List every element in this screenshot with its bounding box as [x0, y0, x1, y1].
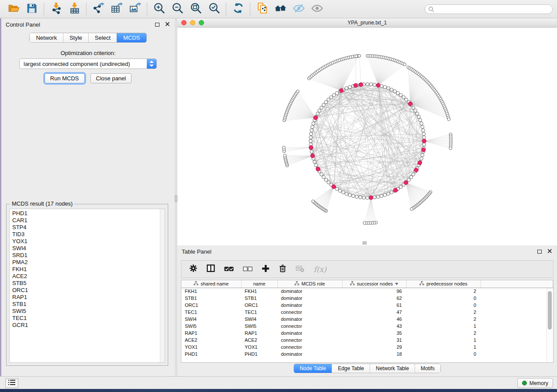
control-panel-tabbar: Network Style Select MCDS	[29, 33, 146, 43]
search-icon	[428, 6, 435, 14]
first-neighbors-button[interactable]	[271, 1, 290, 17]
open-file-button[interactable]	[4, 1, 23, 17]
mcds-result-item[interactable]: YOX1	[12, 238, 165, 245]
table-row[interactable]: YOX1YOX1connector291	[181, 344, 553, 351]
table-header-row: shared name name MCDS role successor nod…	[181, 280, 553, 288]
mcds-result-item[interactable]: STB5	[12, 280, 165, 287]
node-table-body: FKH1FKH1dominator962STB1STB1dominator620…	[181, 288, 553, 358]
run-mcds-button[interactable]: Run MCDS	[45, 73, 85, 83]
col-name[interactable]: name	[241, 280, 277, 288]
function-builder-button[interactable]: f(x)	[314, 265, 326, 274]
tab-network[interactable]: Network	[30, 33, 63, 42]
col-shared-name[interactable]: shared name	[181, 280, 241, 288]
tab-edge-table[interactable]: Edge Table	[332, 364, 370, 373]
memory-button[interactable]: Memory	[517, 378, 553, 388]
table-row[interactable]: STB1STB1dominator620	[181, 295, 553, 302]
mcds-result-item[interactable]: ACE2	[12, 273, 165, 280]
main-toolbar	[0, 0, 557, 18]
criterion-dropdown[interactable]: largest connected component (undirected)	[19, 58, 157, 69]
show-columns-button[interactable]	[207, 264, 215, 274]
tab-style[interactable]: Style	[63, 33, 88, 42]
close-panel-icon[interactable]: ✕	[165, 22, 170, 27]
table-row[interactable]: ACE2ACE2connector311	[181, 337, 553, 344]
table-row[interactable]: RAP1RAP1dominator352	[181, 330, 553, 337]
network-window-titlebar[interactable]: YPA_prune.txt_1	[177, 18, 557, 28]
table-row[interactable]: PHD1PHD1dominator180	[181, 351, 553, 358]
memory-status-icon	[522, 381, 527, 385]
col-predecessor-nodes[interactable]: predecessor nodes	[406, 280, 481, 288]
tab-select[interactable]: Select	[88, 33, 117, 42]
gear-icon	[189, 264, 197, 274]
import-network-button[interactable]	[47, 1, 65, 17]
deselect-all-button[interactable]	[243, 265, 253, 273]
mcds-result-item[interactable]: TEC1	[12, 315, 165, 322]
toolbar-separator	[250, 3, 250, 15]
mcds-result-item[interactable]: RAP1	[12, 294, 165, 301]
mcds-result-item[interactable]: STB1	[12, 301, 165, 308]
table-row[interactable]: SWI5SWI5connector431	[181, 323, 553, 330]
task-history-button[interactable]	[5, 378, 18, 388]
mcds-result-item[interactable]: FKH1	[12, 266, 165, 273]
col-mcds-role[interactable]: MCDS role	[277, 280, 342, 288]
search-input[interactable]	[436, 6, 541, 13]
export-table-icon	[111, 2, 123, 16]
refresh-button[interactable]	[229, 1, 247, 17]
tab-mcds[interactable]: MCDS	[117, 33, 146, 42]
mcds-result-item[interactable]: ORC1	[12, 287, 165, 294]
horizontal-splitter-handle[interactable]	[363, 241, 367, 244]
select-all-button[interactable]	[224, 265, 234, 273]
export-network-button[interactable]	[89, 1, 107, 17]
table-row[interactable]: ORC1ORC1dominator610	[181, 302, 553, 309]
mcds-result-item[interactable]: GCR1	[12, 322, 165, 329]
result-scrollbar[interactable]	[160, 209, 165, 362]
table-row[interactable]: FKH1FKH1dominator962	[181, 288, 553, 295]
table-panel-title: Table Panel	[182, 248, 211, 255]
mcds-result-item[interactable]: TID3	[12, 231, 165, 238]
mcds-result-item[interactable]: SWI5	[12, 308, 165, 315]
table-toolbar: f(x)	[181, 260, 554, 278]
col-successor-nodes[interactable]: successor nodes	[342, 280, 406, 288]
duplicate-network-button[interactable]	[253, 1, 271, 17]
hide-selected-button[interactable]	[290, 1, 308, 17]
mcds-result-item[interactable]: PMA2	[12, 259, 165, 266]
attribute-icon	[350, 281, 355, 286]
float-panel-icon[interactable]	[155, 23, 159, 27]
zoom-in-button[interactable]	[150, 1, 168, 17]
zoom-selected-button[interactable]	[205, 1, 223, 17]
mcds-result-item[interactable]: STP4	[12, 224, 165, 231]
zoom-fit-button[interactable]	[187, 1, 205, 17]
table-settings-button[interactable]	[189, 264, 197, 274]
close-panel-icon[interactable]: ✕	[547, 249, 553, 254]
float-panel-icon[interactable]	[537, 250, 542, 254]
table-row[interactable]: SWI4SWI4dominator462	[181, 316, 553, 323]
mcds-result-item[interactable]: PHD1	[12, 210, 165, 217]
tab-motifs[interactable]: Motifs	[415, 364, 440, 373]
unchecked-boxes-icon	[243, 265, 253, 273]
tab-network-table[interactable]: Network Table	[370, 364, 415, 373]
zoom-fit-icon	[190, 2, 202, 16]
node-table: shared name name MCDS role successor nod…	[181, 280, 554, 363]
memory-label: Memory	[529, 380, 548, 386]
table-row[interactable]: TEC1TEC1connector472	[181, 309, 553, 316]
export-image-button[interactable]	[126, 1, 144, 17]
scrollbar-thumb[interactable]	[548, 291, 552, 330]
add-row-button[interactable]	[262, 265, 270, 274]
table-scrollbar[interactable]	[547, 288, 553, 362]
save-session-button[interactable]	[23, 1, 41, 17]
mcds-result-item[interactable]: CAR1	[12, 217, 165, 224]
export-image-icon	[129, 2, 141, 16]
delete-row-button[interactable]	[279, 264, 287, 274]
show-all-button[interactable]	[308, 1, 326, 17]
network-canvas[interactable]	[177, 28, 557, 245]
import-table-button[interactable]	[65, 1, 83, 17]
eye-slash-icon	[293, 2, 305, 16]
mcds-result-item[interactable]: SRD1	[12, 252, 165, 259]
close-panel-button[interactable]: Close panel	[90, 73, 132, 83]
tab-node-table[interactable]: Node Table	[294, 364, 332, 373]
export-network-icon	[93, 2, 104, 16]
delete-table-button[interactable]	[296, 265, 304, 274]
zoom-in-icon	[153, 2, 165, 16]
mcds-result-item[interactable]: SWI4	[12, 245, 165, 252]
zoom-out-button[interactable]	[168, 1, 187, 17]
export-table-button[interactable]	[107, 1, 126, 17]
